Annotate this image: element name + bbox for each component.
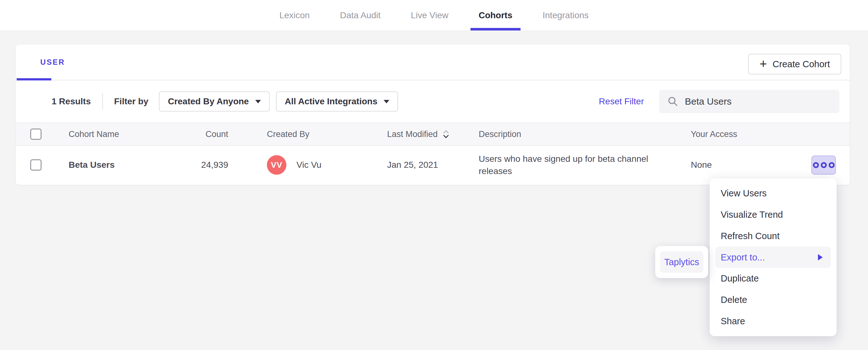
search-icon — [667, 96, 679, 107]
nav-item-label: Data Audit — [340, 10, 380, 21]
menu-item-refresh-count[interactable]: Refresh Count — [710, 225, 837, 247]
ellipsis-dot — [813, 162, 819, 168]
cohort-name-link[interactable]: Beta Users — [69, 160, 115, 170]
search-input[interactable] — [684, 96, 833, 107]
description-cell: Users who have signed up for beta channe… — [479, 153, 655, 177]
export-submenu: Taplytics — [655, 246, 708, 278]
results-count: 1 Results — [52, 97, 91, 106]
nav-item-integrations[interactable]: Integrations — [534, 0, 597, 31]
submenu-arrow-icon — [818, 254, 823, 260]
reset-filter-link[interactable]: Reset Filter — [599, 97, 644, 106]
integrations-dropdown-value: All Active Integrations — [285, 97, 378, 106]
menu-item-export-label: Export to... — [721, 252, 765, 262]
nav-item-label: Live View — [411, 10, 448, 21]
select-all-checkbox-cell — [30, 129, 41, 140]
menu-item-view-users[interactable]: View Users — [710, 183, 837, 204]
header-count: Count — [145, 130, 228, 139]
cohorts-card: USER + Create Cohort 1 Results Filter by… — [16, 45, 850, 185]
header-description: Description — [479, 130, 521, 139]
nav-item-live-view[interactable]: Live View — [403, 0, 456, 31]
row-checkbox[interactable] — [30, 159, 41, 171]
nav-item-label: Cohorts — [479, 10, 513, 21]
ellipsis-dot — [829, 162, 835, 168]
menu-item-share[interactable]: Share — [710, 310, 837, 332]
your-access-cell: None — [691, 160, 712, 170]
card-tabs-row: USER + Create Cohort — [16, 45, 850, 80]
nav-item-cohorts[interactable]: Cohorts — [470, 0, 521, 31]
row-context-menu: View Users Visualize Trend Refresh Count… — [710, 178, 837, 336]
nav-item-data-audit[interactable]: Data Audit — [332, 0, 389, 31]
header-created-by: Created By — [267, 130, 309, 139]
header-cohort-name: Cohort Name — [69, 130, 119, 139]
nav-item-label: Lexicon — [279, 10, 310, 21]
ellipsis-dot — [821, 162, 827, 168]
last-modified-cell: Jan 25, 2021 — [387, 160, 438, 170]
row-checkbox-cell — [30, 159, 41, 171]
menu-item-duplicate[interactable]: Duplicate — [710, 268, 837, 289]
creator-name: Vic Vu — [297, 160, 321, 170]
created-by-dropdown[interactable]: Created By Anyone — [159, 92, 270, 111]
avatar: VV — [267, 155, 286, 175]
divider — [102, 93, 103, 110]
active-tab-underline — [470, 28, 521, 31]
chevron-down-icon — [255, 100, 261, 103]
top-nav: Lexicon Data Audit Live View Cohorts Int… — [0, 0, 868, 31]
created-by-dropdown-value: Created By Anyone — [168, 97, 249, 106]
create-cohort-label: Create Cohort — [773, 59, 830, 69]
table-header-row: Cohort Name Count Created By Last Modifi… — [16, 123, 850, 146]
more-options-button[interactable] — [811, 155, 836, 175]
header-last-modified[interactable]: Last Modified — [387, 129, 450, 139]
sort-icon[interactable] — [442, 129, 450, 139]
menu-item-delete[interactable]: Delete — [710, 289, 837, 311]
menu-item-export-to[interactable]: Export to... — [715, 247, 831, 268]
create-cohort-button[interactable]: + Create Cohort — [748, 54, 841, 74]
filter-bar: 1 Results Filter by Created By Anyone Al… — [16, 80, 850, 123]
integrations-dropdown[interactable]: All Active Integrations — [276, 92, 398, 111]
nav-item-label: Integrations — [542, 10, 589, 21]
created-by-cell: VV Vic Vu — [267, 155, 321, 175]
user-tab-underline — [17, 78, 51, 80]
header-last-modified-label: Last Modified — [387, 130, 438, 139]
menu-item-visualize-trend[interactable]: Visualize Trend — [710, 204, 837, 225]
cohort-count: 24,939 — [145, 160, 228, 170]
select-all-checkbox[interactable] — [30, 129, 41, 140]
search-box[interactable] — [659, 90, 839, 113]
filter-by-label: Filter by — [114, 97, 149, 106]
nav-item-lexicon[interactable]: Lexicon — [271, 0, 318, 31]
tab-user[interactable]: USER — [40, 58, 65, 67]
header-your-access: Your Access — [691, 130, 737, 139]
chevron-down-icon — [384, 100, 389, 103]
submenu-item-taplytics[interactable]: Taplytics — [660, 251, 704, 273]
